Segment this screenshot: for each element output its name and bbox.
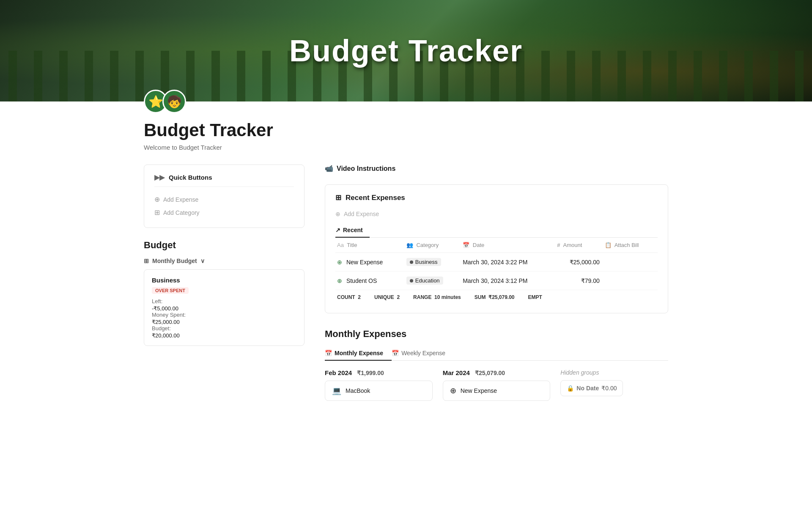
quick-buttons-card: ▶▶ Quick Buttons ⊕ Add Expense ⊞ Add Cat… xyxy=(144,164,304,228)
recent-expenses-header: ⊞ Recent Expenses xyxy=(335,193,658,202)
tab-weekly-expense[interactable]: 📅 Weekly Expense xyxy=(392,346,454,361)
tab-monthly-expense[interactable]: 📅 Monthly Expense xyxy=(325,346,392,361)
hidden-groups-col: Hidden groups 🔒 No Date ₹0.00 xyxy=(560,369,668,401)
row2-category: Education xyxy=(406,271,463,290)
recent-tab-bar: ↗ Recent xyxy=(335,223,658,238)
expense-table: Aa Title 👥 Category 📅 Date xyxy=(335,238,658,290)
tab-recent[interactable]: ↗ Recent xyxy=(335,223,370,238)
row1-category: Business xyxy=(406,253,463,271)
recent-expenses-card: ⊞ Recent Expenses ⊕ Add Expense ↗ Recent xyxy=(325,184,668,313)
footer-sum: SUM ₹25,079.00 xyxy=(475,294,515,300)
col-title: Aa Title xyxy=(335,238,406,253)
over-spent-badge: OVER SPENT xyxy=(152,287,189,294)
month-group-feb: Feb 2024 ₹1,999.00 💻 MacBook xyxy=(325,369,433,401)
budget-section-title: Budget xyxy=(144,240,304,251)
quick-buttons-icon: ▶▶ xyxy=(154,173,165,181)
month-header-mar: Mar 2024 ₹25,079.00 xyxy=(443,369,551,376)
month-card-new-expense[interactable]: ⊕ New Expense xyxy=(443,381,551,401)
hero-title: Budget Tracker xyxy=(289,33,523,68)
month-group-mar: Mar 2024 ₹25,079.00 ⊕ New Expense xyxy=(443,369,551,401)
no-date-label: No Date xyxy=(576,385,599,392)
video-instructions-row[interactable]: 📹 Video Instructions xyxy=(325,164,668,173)
budget-section: Budget ⊞ Monthly Budget ∨ Business OVER … xyxy=(144,240,304,346)
budget-money-spent-label: Money Spent: xyxy=(152,312,296,318)
footer-range: RANGE 10 minutes xyxy=(413,294,461,300)
quick-buttons-header: ▶▶ Quick Buttons xyxy=(154,173,294,187)
budget-left-label: Left: xyxy=(152,298,296,304)
month-name-feb: Feb 2024 xyxy=(325,369,352,376)
add-expense-label: Add Expense xyxy=(163,196,198,203)
footer-empt: EMPT xyxy=(528,294,542,300)
row2-amount: ₹79.00 xyxy=(557,271,604,290)
row1-amount: ₹25,000.00 xyxy=(557,253,604,271)
row2-date: March 30, 2024 3:12 PM xyxy=(463,271,557,290)
recent-expenses-icon: ⊞ xyxy=(335,193,341,202)
col-date: 📅 Date xyxy=(463,238,557,253)
add-category-icon: ⊞ xyxy=(154,208,160,217)
no-date-amount: ₹0.00 xyxy=(601,385,617,392)
page-title: Budget Tracker xyxy=(144,120,668,140)
col-attach-bill: 📋 Attach Bill xyxy=(605,238,658,253)
weekly-tab-label: Weekly Expense xyxy=(401,350,445,356)
new-expense-label: New Expense xyxy=(461,387,497,394)
monthly-tab-icon: 📅 xyxy=(325,350,332,356)
budget-amount-value: ₹20,000.00 xyxy=(152,332,296,339)
icon-person: 🧒 xyxy=(162,90,186,113)
tab-recent-label: Recent xyxy=(343,227,363,233)
lock-icon: 🔒 xyxy=(567,385,574,392)
month-header-feb: Feb 2024 ₹1,999.00 xyxy=(325,369,433,376)
row2-title: ⊕ Student OS xyxy=(335,271,406,290)
monthly-budget-view[interactable]: ⊞ Monthly Budget ∨ xyxy=(144,258,304,264)
month-card-macbook[interactable]: 💻 MacBook xyxy=(325,381,433,401)
budget-label: Budget: xyxy=(152,325,296,332)
video-instructions-label: Video Instructions xyxy=(337,165,395,173)
table-row[interactable]: ⊕ New Expense Business March 30, 2024 3:… xyxy=(335,253,658,271)
new-expense-icon: ⊕ xyxy=(450,386,456,395)
recent-add-icon: ⊕ xyxy=(335,211,340,217)
hidden-groups-label: Hidden groups xyxy=(560,369,668,376)
recent-add-label: Add Expense xyxy=(344,211,379,217)
video-icon: 📹 xyxy=(325,164,333,173)
budget-card: Business OVER SPENT Left: -₹5,000.00 Mon… xyxy=(144,269,304,346)
monthly-tab-bar: 📅 Monthly Expense 📅 Weekly Expense xyxy=(325,346,668,361)
row1-title: ⊕ New Expense xyxy=(335,253,406,271)
add-expense-button[interactable]: ⊕ Add Expense xyxy=(154,193,294,206)
month-total-feb: ₹1,999.00 xyxy=(357,370,384,376)
macbook-label: MacBook xyxy=(346,387,370,394)
month-total-mar: ₹25,079.00 xyxy=(475,370,505,376)
row1-date: March 30, 2024 3:22 PM xyxy=(463,253,557,271)
budget-category-name: Business xyxy=(152,277,296,284)
weekly-tab-icon: 📅 xyxy=(392,350,399,356)
month-name-mar: Mar 2024 xyxy=(443,369,470,376)
monthly-grid: Feb 2024 ₹1,999.00 💻 MacBook Mar 2024 ₹2… xyxy=(325,369,668,401)
col-amount: # Amount xyxy=(557,238,604,253)
recent-add-expense-button[interactable]: ⊕ Add Expense xyxy=(335,208,658,220)
monthly-expenses-section: Monthly Expenses 📅 Monthly Expense 📅 Wee… xyxy=(325,329,668,401)
budget-left-value: -₹5,000.00 xyxy=(152,305,296,312)
row1-attach xyxy=(605,253,658,271)
recent-expenses-title: Recent Expenses xyxy=(346,194,405,202)
hero-banner: Budget Tracker xyxy=(0,0,812,101)
footer-count: COUNT 2 xyxy=(337,294,361,300)
monthly-expenses-title: Monthly Expenses xyxy=(325,329,668,340)
left-column: ▶▶ Quick Buttons ⊕ Add Expense ⊞ Add Cat… xyxy=(144,164,304,346)
quick-buttons-title: Quick Buttons xyxy=(169,174,212,181)
no-date-badge: 🔒 No Date ₹0.00 xyxy=(560,380,623,396)
monthly-budget-label: Monthly Budget xyxy=(152,258,197,264)
add-category-button[interactable]: ⊞ Add Category xyxy=(154,206,294,219)
add-category-label: Add Category xyxy=(163,209,200,216)
monthly-tab-label: Monthly Expense xyxy=(335,350,383,356)
table-footer: COUNT 2 UNIQUE 2 RANGE 10 minutes SUM ₹2… xyxy=(335,290,658,304)
budget-money-spent-value: ₹25,000.00 xyxy=(152,319,296,325)
table-row[interactable]: ⊕ Student OS Education March 30, 2024 3:… xyxy=(335,271,658,290)
monthly-budget-icon: ⊞ xyxy=(144,258,149,264)
page-subtitle: Welcome to Budget Tracker xyxy=(144,144,668,151)
right-column: 📹 Video Instructions ⊞ Recent Expenses ⊕… xyxy=(325,164,668,401)
tab-recent-arrow: ↗ xyxy=(335,227,340,233)
monthly-budget-chevron: ∨ xyxy=(200,258,205,264)
row2-attach xyxy=(605,271,658,290)
col-category: 👥 Category xyxy=(406,238,463,253)
footer-unique: UNIQUE 2 xyxy=(374,294,400,300)
add-expense-icon: ⊕ xyxy=(154,195,160,203)
macbook-icon: 💻 xyxy=(332,386,341,395)
